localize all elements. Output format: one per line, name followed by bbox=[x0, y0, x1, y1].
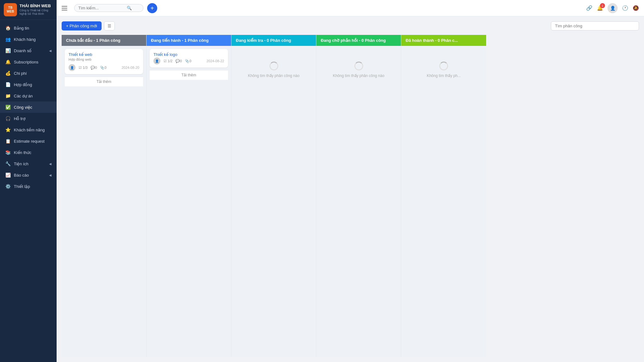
nav-icon-chi-phi: 💰 bbox=[5, 70, 11, 76]
loading-spinner-dang-kiem-tra bbox=[269, 62, 278, 70]
task-attachments: 📎0 bbox=[100, 66, 106, 70]
sidebar-item-kien-thuc[interactable]: 📚 Kiến thức bbox=[0, 147, 57, 158]
task-attachments: 📎0 bbox=[185, 59, 191, 63]
nav-label-subscriptions: Subscriptions bbox=[14, 60, 38, 64]
nav-icon-subscriptions: 🔔 bbox=[5, 59, 11, 65]
sidebar-item-cac-du-an[interactable]: 📁 Các dự án bbox=[0, 90, 57, 101]
task-title: Thiết kế web bbox=[69, 52, 139, 57]
task-date: 2024-08-20 bbox=[122, 66, 139, 69]
assignment-search-input[interactable] bbox=[551, 21, 639, 30]
avatar[interactable]: 👤 bbox=[608, 3, 618, 13]
sidebar-nav: 🏠 Bảng tin 👥 Khách hàng 📊 Doanh số ◀ 🔔 S… bbox=[0, 20, 57, 362]
sidebar-item-subscriptions[interactable]: 🔔 Subscriptions bbox=[0, 56, 57, 68]
loading-spinner-dang-cho-phan-hoi bbox=[354, 62, 363, 70]
chevron-icon-doanh-so: ◀ bbox=[49, 49, 52, 52]
nav-icon-estimate-request: 📋 bbox=[5, 138, 11, 144]
task-card-dang-tien-hanh-0[interactable]: Thiết kế logo 👤 ☑ 1/2 💬0 📎0 2024-08-22 bbox=[150, 49, 228, 68]
col-header-da-hoan-thanh: Đã hoàn thành - 0 Phân c... bbox=[401, 35, 486, 46]
new-assignment-button[interactable]: + Phân công mới bbox=[62, 21, 102, 30]
loading-spinner-da-hoan-thanh bbox=[439, 62, 448, 70]
alert-icon[interactable]: 🔕 bbox=[633, 5, 639, 11]
sidebar-item-chi-phi[interactable]: 💰 Chi phí bbox=[0, 68, 57, 79]
share-icon[interactable]: 🔗 bbox=[586, 5, 592, 11]
sidebar-item-estimate-request[interactable]: 📋 Estimate request bbox=[0, 135, 57, 147]
nav-icon-khach-tiem-nang: ⭐ bbox=[5, 127, 11, 133]
sidebar-item-hop-dong[interactable]: 📄 Hợp đồng bbox=[0, 79, 57, 90]
col-header-dang-cho-phan-hoi: Đang chờ phản hồi - 0 Phân công bbox=[316, 35, 401, 46]
kanban-col-chua-bat-dau: Chưa bắt đầu - 1 Phân công Thiết kế web … bbox=[62, 35, 147, 357]
col-body-chua-bat-dau: Thiết kế web Hợp đồng web 👤 ☑ 1/3 💬0 📎0 … bbox=[62, 46, 146, 357]
notification-badge: 1 bbox=[600, 3, 605, 8]
logo-sub: Công ty Thiết kế Công Nghệ Số Thái Bình bbox=[19, 9, 53, 16]
empty-state-da-hoan-thanh: Không tìm thấy ph... bbox=[404, 49, 483, 78]
nav-label-chi-phi: Chi phí bbox=[14, 71, 27, 76]
kanban-col-dang-kiem-tra: Đang kiểm tra - 0 Phân công Không tìm th… bbox=[231, 35, 316, 357]
search-icon[interactable]: 🔍 bbox=[127, 6, 132, 10]
col-body-dang-tien-hanh: Thiết kế logo 👤 ☑ 1/2 💬0 📎0 2024-08-22 T… bbox=[147, 46, 231, 357]
nav-label-ho-tro: Hỗ trợ bbox=[14, 116, 25, 121]
chevron-icon-tien-ich: ◀ bbox=[49, 162, 52, 166]
nav-label-kien-thuc: Kiến thức bbox=[14, 150, 31, 155]
nav-icon-ho-tro: 🎧 bbox=[5, 116, 11, 121]
nav-icon-kien-thuc: 📚 bbox=[5, 150, 11, 155]
kanban-col-da-hoan-thanh: Đã hoàn thành - 0 Phân c... Không tìm th… bbox=[401, 35, 486, 357]
nav-icon-thiet-lap: ⚙️ bbox=[5, 184, 11, 189]
task-title: Thiết kế logo bbox=[153, 52, 224, 57]
nav-label-khach-hang: Khách hàng bbox=[14, 37, 36, 42]
notification-icon[interactable]: 🔔 1 bbox=[597, 5, 603, 11]
kanban-col-dang-cho-phan-hoi: Đang chờ phản hồi - 0 Phân công Không tì… bbox=[316, 35, 401, 357]
empty-state-dang-cho-phan-hoi: Không tìm thấy phân công nào bbox=[319, 49, 398, 78]
nav-label-bang-tin: Bảng tin bbox=[14, 26, 29, 30]
col-header-dang-tien-hanh: Đang tiến hành - 1 Phân công bbox=[147, 35, 231, 46]
logo-name: THÁI BÌNH WEB bbox=[19, 3, 53, 9]
task-progress: ☑ 1/3 bbox=[79, 66, 87, 70]
logo[interactable]: TBWEB THÁI BÌNH WEB Công ty Thiết kế Côn… bbox=[0, 0, 57, 20]
global-search-input[interactable] bbox=[78, 6, 125, 10]
empty-text-dang-cho-phan-hoi: Không tìm thấy phân công nào bbox=[333, 74, 385, 78]
history-icon[interactable]: 🕐 bbox=[622, 5, 628, 11]
sidebar-item-doanh-so[interactable]: 📊 Doanh số ◀ bbox=[0, 45, 57, 56]
menu-toggle-button[interactable] bbox=[62, 4, 70, 13]
task-card-chua-bat-dau-0[interactable]: Thiết kế web Hợp đồng web 👤 ☑ 1/3 💬0 📎0 … bbox=[65, 49, 143, 74]
nav-icon-hop-dong: 📄 bbox=[5, 82, 11, 87]
sidebar-item-thiet-lap[interactable]: ⚙️ Thiết lập bbox=[0, 181, 57, 192]
task-subtitle: Hợp đồng web bbox=[69, 58, 139, 62]
empty-text-dang-kiem-tra: Không tìm thấy phân công nào bbox=[248, 74, 300, 78]
main-area: 🔍 + 🔗 🔔 1 👤 🕐 🔕 + Phân công mới ☰ Chư bbox=[57, 0, 644, 362]
nav-icon-bao-cao: 📈 bbox=[5, 172, 11, 178]
sidebar-item-ho-tro[interactable]: 🎧 Hỗ trợ bbox=[0, 113, 57, 124]
sidebar-item-bang-tin[interactable]: 🏠 Bảng tin bbox=[0, 22, 57, 34]
view-toggle-button[interactable]: ☰ bbox=[104, 21, 115, 30]
nav-label-cac-du-an: Các dự án bbox=[14, 94, 33, 98]
sidebar-item-tien-ich[interactable]: 🔧 Tiện ích ◀ bbox=[0, 158, 57, 169]
nav-icon-cac-du-an: 📁 bbox=[5, 93, 11, 99]
col-body-dang-kiem-tra: Không tìm thấy phân công nào bbox=[231, 46, 316, 357]
load-more-chua-bat-dau[interactable]: Tải thêm bbox=[65, 77, 143, 86]
add-button[interactable]: + bbox=[147, 3, 157, 13]
topbar: 🔍 + 🔗 🔔 1 👤 🕐 🔕 bbox=[57, 0, 644, 16]
sidebar-item-khach-hang[interactable]: 👥 Khách hàng bbox=[0, 34, 57, 45]
chevron-icon-bao-cao: ◀ bbox=[49, 173, 52, 177]
sidebar-item-cong-viec[interactable]: ✅ Công việc bbox=[0, 101, 57, 113]
task-comments: 💬0 bbox=[91, 66, 97, 70]
nav-label-khach-tiem-nang: Khách tiềm năng bbox=[14, 128, 45, 132]
sidebar-item-khach-tiem-nang[interactable]: ⭐ Khách tiềm năng bbox=[0, 124, 57, 135]
load-more-dang-tien-hanh[interactable]: Tải thêm bbox=[150, 70, 228, 80]
nav-label-estimate-request: Estimate request bbox=[14, 139, 45, 144]
nav-label-bao-cao: Báo cáo bbox=[14, 173, 29, 178]
nav-label-cong-viec: Công việc bbox=[14, 105, 32, 110]
sidebar: TBWEB THÁI BÌNH WEB Công ty Thiết kế Côn… bbox=[0, 0, 57, 362]
nav-label-tien-ich: Tiện ích bbox=[14, 162, 29, 166]
empty-state-dang-kiem-tra: Không tìm thấy phân công nào bbox=[235, 49, 313, 78]
kanban-col-dang-tien-hanh: Đang tiến hành - 1 Phân công Thiết kế lo… bbox=[147, 35, 231, 357]
col-header-dang-kiem-tra: Đang kiểm tra - 0 Phân công bbox=[231, 35, 316, 46]
nav-icon-khach-hang: 👥 bbox=[5, 36, 11, 42]
sidebar-item-bao-cao[interactable]: 📈 Báo cáo ◀ bbox=[0, 169, 57, 181]
nav-icon-doanh-so: 📊 bbox=[5, 48, 11, 53]
logo-icon: TBWEB bbox=[4, 3, 17, 16]
task-avatar: 👤 bbox=[69, 64, 75, 71]
toolbar: + Phân công mới ☰ bbox=[62, 21, 639, 30]
empty-text-da-hoan-thanh: Không tìm thấy ph... bbox=[427, 74, 461, 78]
task-date: 2024-08-22 bbox=[207, 59, 224, 63]
col-body-da-hoan-thanh: Không tìm thấy ph... bbox=[401, 46, 486, 357]
